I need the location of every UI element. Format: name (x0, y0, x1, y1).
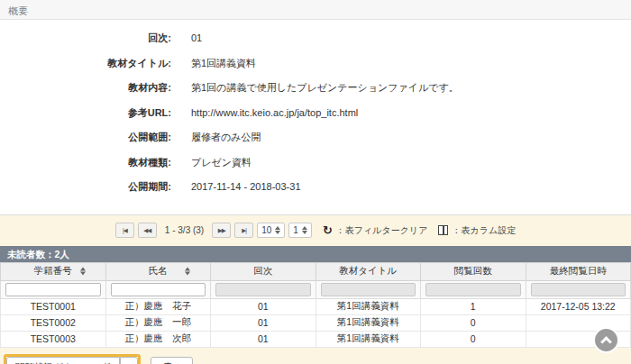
filter-input-view-count (425, 283, 521, 296)
field-label: 公開範囲: (0, 131, 171, 143)
first-page-button[interactable]: |◀ (115, 223, 134, 238)
sort-icon[interactable] (185, 268, 190, 276)
field-label: 公開期間: (0, 180, 171, 193)
cell-view-count: 0 (421, 314, 526, 331)
field-label: 教材タイトル: (0, 57, 171, 69)
cell-name: 正）慶應 一郎 (105, 314, 211, 331)
column-header-student-id[interactable]: 学籍番号 (1, 262, 106, 280)
cell-view-count: 0 (421, 331, 526, 347)
first-page-icon: |◀ (123, 227, 127, 234)
prev-page-button[interactable]: ◀◀ (138, 223, 157, 238)
field-material-content: 教材内容: 第1回の講義で使用したプレゼンテーションファイルです。 (0, 81, 631, 106)
column-header-view-count: 閲覧回数 (421, 262, 526, 280)
field-value: 01 (191, 32, 202, 44)
column-header-name[interactable]: 氏名 (105, 262, 211, 280)
cell-student-id: TEST0002 (1, 314, 106, 331)
cell-session: 01 (211, 331, 316, 347)
column-header-label: 回次 (253, 265, 272, 276)
page-size-value: 10 (261, 225, 271, 235)
cell-student-id: TEST0001 (1, 298, 106, 314)
cell-name: 正）慶應 次郎 (105, 331, 211, 347)
footer-actions: 閲覧状況ダウンロード 戻る (0, 348, 631, 364)
cell-last-viewed (526, 314, 631, 331)
field-label: 回次: (0, 32, 171, 44)
overview-panel: 概要 回次: 01 教材タイトル: 第1回講義資料 教材内容: 第1回の講義で使… (0, 0, 631, 215)
annotation-highlight-box: 閲覧状況ダウンロード (4, 354, 141, 364)
field-label: 教材内容: (0, 81, 171, 94)
unread-count-bar: 未読者数：2人 (0, 246, 631, 262)
download-dropdown-button[interactable] (120, 357, 138, 364)
filter-clear-label: ：表フィルタークリア (336, 224, 428, 237)
cell-name: 正）慶應 花子 (105, 298, 211, 314)
column-header-label: 教材タイトル (339, 265, 397, 276)
filter-input-session (215, 283, 311, 296)
column-header-material-title: 教材タイトル (316, 262, 421, 280)
table-row[interactable]: TEST0003 正）慶應 次郎 01 第1回講義資料 0 (1, 331, 631, 347)
filter-input-student-id[interactable] (5, 283, 101, 296)
cell-session: 01 (211, 314, 316, 331)
cell-material-title: 第1回講義資料 (316, 331, 421, 347)
field-value: 第1回講義資料 (191, 57, 256, 69)
pager: |◀ ◀◀ 1 - 3/3 (3) ▶▶ ▶| 10 1 ↻ ：表フィルタークリ… (0, 215, 631, 246)
stepper-icon (275, 226, 280, 234)
viewing-status-grid: 未読者数：2人 学籍番号 氏名 回次 教材タイトル 閲覧回数 (0, 246, 631, 348)
column-settings-icon[interactable] (438, 225, 448, 235)
panel-title: 概要 (0, 0, 631, 20)
cell-session: 01 (211, 298, 316, 314)
cell-last-viewed: 2017-12-05 13:22 (526, 298, 631, 314)
cell-student-id: TEST0003 (1, 331, 106, 347)
chevron-up-icon (600, 336, 612, 348)
column-header-label: 学籍番号 (34, 265, 72, 276)
next-page-button[interactable]: ▶▶ (212, 223, 231, 238)
pager-range-text: 1 - 3/3 (3) (165, 225, 204, 235)
header-row: 学籍番号 氏名 回次 教材タイトル 閲覧回数 最終閲覧日時 (1, 262, 631, 280)
field-kaiji: 回次: 01 (0, 32, 631, 57)
page-size-select[interactable]: 10 (257, 223, 285, 238)
column-header-last-viewed: 最終閲覧日時 (526, 262, 631, 280)
field-value: 履修者のみ公開 (191, 131, 261, 143)
sort-icon[interactable] (80, 268, 86, 276)
table-row[interactable]: TEST0002 正）慶應 一郎 01 第1回講義資料 0 (1, 314, 631, 331)
field-publish-scope: 公開範囲: 履修者のみ公開 (0, 131, 631, 156)
filter-clear-icon[interactable]: ↻ (323, 224, 333, 236)
download-viewing-status-button[interactable]: 閲覧状況ダウンロード (6, 357, 120, 364)
field-label: 教材種類: (0, 156, 171, 168)
field-value: 第1回の講義で使用したプレゼンテーションファイルです。 (191, 81, 459, 94)
field-value: http://www.itc.keio.ac.jp/ja/top_itc.htm… (191, 106, 358, 119)
field-publish-period: 公開期間: 2017-11-14 - 2018-03-31 (0, 180, 631, 205)
filter-input-last-viewed (531, 283, 626, 296)
field-value: プレゼン資料 (191, 156, 251, 168)
last-page-button[interactable]: ▶| (234, 223, 253, 238)
column-header-session: 回次 (211, 262, 316, 280)
prev-page-icon: ◀◀ (143, 227, 151, 234)
last-page-icon: ▶| (242, 227, 246, 234)
cell-material-title: 第1回講義資料 (316, 314, 421, 331)
cell-view-count: 1 (421, 298, 526, 314)
filter-row (1, 280, 631, 298)
field-label: 参考URL: (0, 106, 171, 119)
next-page-icon: ▶▶ (218, 227, 225, 234)
column-header-label: 閲覧回数 (454, 265, 492, 276)
overview-fields: 回次: 01 教材タイトル: 第1回講義資料 教材内容: 第1回の講義で使用した… (0, 20, 631, 214)
page-number-value: 1 (293, 225, 298, 235)
cell-material-title: 第1回講義資料 (316, 298, 421, 314)
stepper-icon (302, 226, 307, 234)
field-value: 2017-11-14 - 2018-03-31 (191, 180, 301, 193)
table-row[interactable]: TEST0001 正）慶應 花子 01 第1回講義資料 1 2017-12-05… (1, 298, 631, 314)
field-reference-url: 参考URL: http://www.itc.keio.ac.jp/ja/top_… (0, 106, 631, 132)
field-material-type: 教材種類: プレゼン資料 (0, 156, 631, 181)
filter-input-material-title (321, 283, 416, 296)
filter-input-name[interactable] (111, 283, 206, 296)
column-header-label: 最終閲覧日時 (550, 265, 607, 276)
column-settings-label: ：表カラム設定 (452, 224, 516, 237)
scroll-to-top-button[interactable] (593, 327, 619, 353)
field-material-title: 教材タイトル: 第1回講義資料 (0, 57, 631, 82)
page-number-select[interactable]: 1 (288, 223, 312, 238)
back-button[interactable]: 戻る (151, 357, 193, 364)
column-header-label: 氏名 (149, 265, 168, 276)
